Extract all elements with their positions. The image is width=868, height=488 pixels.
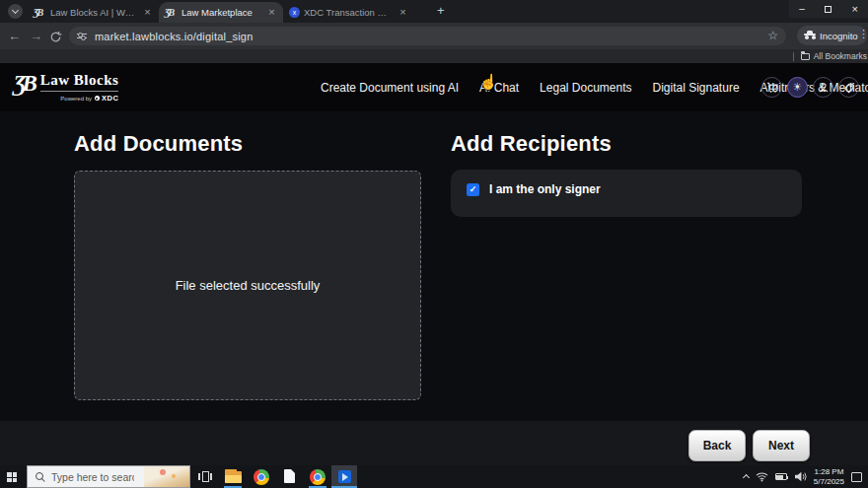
- sun-icon: ☀: [793, 82, 803, 93]
- clock-date: 5/7/2025: [814, 477, 844, 487]
- window-close-button[interactable]: ×: [851, 4, 857, 15]
- site-settings-icon[interactable]: [77, 34, 87, 38]
- tab-title: Law Marketplace: [181, 7, 261, 18]
- taskbar-clock[interactable]: 1:28 PM 5/7/2025: [814, 467, 844, 486]
- browser-menu-icon[interactable]: ⋮: [858, 28, 868, 40]
- only-signer-label: I am the only signer: [489, 183, 601, 196]
- site-header: ƷB Law Blocks Powered by XDC Create Docu…: [0, 63, 868, 111]
- chrome-icon[interactable]: [253, 469, 269, 485]
- lawblocks-logo-icon: ƷB: [14, 72, 37, 95]
- nav-digital-signature[interactable]: Digital Signature: [653, 81, 740, 95]
- movies-tv-button-active[interactable]: [331, 465, 357, 488]
- back-icon[interactable]: ←: [8, 29, 21, 43]
- digital-sign-page: Add Documents Add Recipients File select…: [0, 111, 868, 421]
- tab-xdc-transaction[interactable]: x XDC Transaction Hash (Txhash) ×: [283, 2, 414, 23]
- incognito-label: Incognito: [820, 31, 858, 41]
- chrome-icon-2[interactable]: [310, 469, 326, 485]
- clock-time: 1:28 PM: [815, 467, 844, 477]
- maximize-button[interactable]: [825, 6, 832, 13]
- taskbar-search-input[interactable]: [51, 471, 134, 483]
- battery-icon[interactable]: [775, 473, 787, 480]
- xdc-logo-icon: [95, 96, 100, 101]
- search-icon: [36, 472, 45, 482]
- cart-button[interactable]: [761, 77, 782, 98]
- close-icon[interactable]: ×: [266, 7, 277, 18]
- incognito-icon: [804, 31, 816, 40]
- tab-strip: ƷB Law Blocks AI | Web3 and AI in × ƷB L…: [0, 0, 868, 23]
- bookmarks-bar: All Bookmarks: [0, 49, 868, 63]
- action-center-icon[interactable]: [851, 472, 862, 482]
- tab-search-button[interactable]: [8, 4, 23, 19]
- all-bookmarks-button[interactable]: All Bookmarks: [814, 51, 867, 61]
- tray-chevron-up-icon[interactable]: [743, 474, 750, 481]
- wifi-icon[interactable]: [756, 468, 768, 486]
- upload-status-text: File selected successfully: [176, 278, 321, 293]
- wizard-footer: Back Next: [0, 421, 868, 465]
- folder-icon: [801, 53, 810, 60]
- lawblocks-logo[interactable]: ƷB Law Blocks Powered by XDC: [14, 72, 118, 103]
- nav-legal-documents[interactable]: Legal Documents: [540, 81, 631, 95]
- only-signer-checkbox[interactable]: ✓: [467, 183, 479, 196]
- notepad-icon[interactable]: [284, 469, 295, 483]
- minimize-button[interactable]: –: [799, 4, 805, 14]
- hand-pointer-cursor: ☝: [479, 73, 498, 91]
- nav-create-document[interactable]: Create Document using AI: [321, 81, 459, 95]
- speaker-icon[interactable]: [794, 468, 807, 486]
- profile-button[interactable]: [813, 77, 833, 98]
- next-button[interactable]: Next: [753, 430, 810, 461]
- tab-law-blocks-ai[interactable]: ƷB Law Blocks AI | Web3 and AI in ×: [28, 2, 159, 23]
- file-explorer-icon[interactable]: [225, 471, 242, 483]
- back-button[interactable]: Back: [688, 430, 746, 461]
- address-bar[interactable]: market.lawblocks.io/digital_sign ☆: [69, 27, 786, 45]
- add-recipients-heading: Add Recipients: [451, 131, 612, 157]
- powered-by-label: Powered by: [60, 96, 92, 102]
- forward-icon[interactable]: →: [30, 29, 42, 43]
- header-icon-group: ☀: [761, 77, 859, 98]
- url-text: market.lawblocks.io/digital_sign: [95, 31, 253, 42]
- reload-icon[interactable]: [49, 30, 62, 47]
- powered-by-row: Powered by XDC: [40, 94, 119, 103]
- start-button[interactable]: [7, 472, 17, 482]
- search-highlight-image[interactable]: [144, 466, 189, 488]
- close-icon[interactable]: ×: [398, 7, 408, 18]
- tag-button[interactable]: [838, 77, 859, 98]
- file-dropzone[interactable]: File selected successfully: [74, 171, 421, 400]
- new-tab-button[interactable]: +: [437, 3, 445, 18]
- theme-toggle-button[interactable]: ☀: [787, 77, 808, 98]
- logo-title: Law Blocks: [40, 72, 119, 92]
- xdc-favicon-icon: x: [289, 7, 300, 18]
- add-documents-heading: Add Documents: [74, 131, 243, 157]
- task-view-button[interactable]: [198, 471, 212, 482]
- tab-title: Law Blocks AI | Web3 and AI in: [50, 7, 137, 18]
- lawblocks-favicon-icon: ƷB: [165, 7, 178, 18]
- recipients-card: ✓ I am the only signer: [451, 170, 802, 217]
- tabs-container: ƷB Law Blocks AI | Web3 and AI in × ƷB L…: [28, 2, 414, 23]
- movies-tv-icon: [338, 470, 351, 483]
- tab-law-marketplace-active[interactable]: ƷB Law Marketplace ×: [159, 2, 283, 23]
- divider: [793, 52, 794, 61]
- bookmark-star-icon[interactable]: ☆: [767, 29, 778, 42]
- lawblocks-favicon-icon: ƷB: [34, 7, 46, 18]
- system-tray: 1:28 PM 5/7/2025: [744, 465, 862, 488]
- windows-taskbar: 1:28 PM 5/7/2025: [0, 465, 868, 488]
- incognito-badge: Incognito: [797, 26, 867, 45]
- screen: ƷB Law Blocks AI | Web3 and AI in × ƷB L…: [0, 0, 868, 488]
- xdc-brand-label: XDC: [102, 94, 118, 103]
- taskbar-search[interactable]: [27, 465, 190, 488]
- browser-toolbar: ← → market.lawblocks.io/digital_sign ☆ I…: [0, 23, 868, 49]
- chevron-down-icon: [12, 7, 19, 14]
- window-controls: – ×: [789, 0, 868, 18]
- close-icon[interactable]: ×: [142, 7, 153, 18]
- tab-title: XDC Transaction Hash (Txhash): [304, 7, 393, 18]
